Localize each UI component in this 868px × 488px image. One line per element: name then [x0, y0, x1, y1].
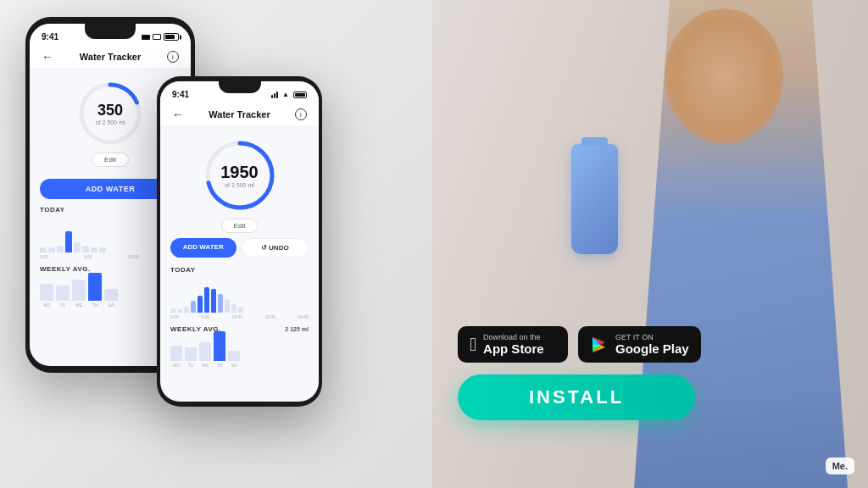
weekly-group-2: TU [56, 286, 70, 308]
axis-label-2: 6:00 [84, 254, 92, 259]
weekly-group-5: SA [104, 289, 118, 308]
wlabel-2: TU [60, 302, 66, 308]
fbar-6 [204, 287, 209, 313]
axis-label-1: 0:00 [40, 254, 48, 259]
weekly-avg-value: 2 125 ml [285, 326, 309, 332]
google-play-icon [590, 336, 609, 354]
info-icon-front[interactable]: i [295, 108, 307, 120]
weekly-group-1: MO [40, 284, 53, 308]
fwlabel-3: WE [202, 363, 209, 368]
person-head [665, 8, 783, 144]
wbar-2 [56, 286, 70, 301]
fbar-7 [211, 289, 216, 313]
undo-btn-front[interactable]: ↺ UNDO [242, 238, 309, 258]
google-play-line1: GET IT ON [615, 333, 689, 341]
battery-icon [164, 33, 179, 41]
bar-4 [65, 231, 72, 252]
faxis-2: 6:00 [201, 314, 209, 319]
signal-icon [142, 35, 150, 40]
fwbar-3 [199, 342, 211, 361]
chart-axis-front: 0:00 6:00 12:00 18:00 24:00 [170, 314, 309, 319]
axis-label-3: 12:00 [128, 254, 139, 259]
wbar-5 [104, 289, 118, 301]
back-arrow-front[interactable]: ← [172, 108, 184, 121]
app-store-line1: Download on the [483, 333, 544, 341]
fbar-11 [238, 307, 243, 313]
status-icons-front: ▲ [271, 91, 307, 98]
cta-section:  Download on the App Store [458, 326, 701, 420]
google-play-line2: Google Play [615, 341, 689, 356]
app-title-back: Water Tracker [80, 52, 141, 62]
bar-5 [74, 242, 81, 252]
add-water-btn-front[interactable]: ADD WATER [170, 238, 236, 258]
fwbar-1 [170, 346, 182, 361]
fwbar-5 [228, 351, 240, 361]
chart-bars-front [170, 279, 309, 313]
weekly-group-3: WE [72, 280, 86, 308]
circle-ring-front: 1950 of 2 500 ml [202, 137, 278, 214]
app-nav-front: ← Water Tracker i [160, 103, 319, 127]
fbar-2 [177, 309, 182, 313]
time-back: 9:41 [42, 32, 58, 42]
wifi-icon-front: ▲ [282, 91, 289, 98]
app-store-button[interactable]:  Download on the App Store [458, 326, 568, 363]
wifi-icon [153, 34, 161, 40]
circle-ring-back: 350 of 2 500 ml [76, 80, 144, 147]
back-arrow-back[interactable]: ← [42, 50, 53, 64]
edit-btn-front[interactable]: Edit [221, 219, 259, 233]
fwlabel-5: SA [231, 363, 237, 368]
fwlabel-1: MO [173, 363, 180, 368]
fbar-3 [184, 307, 189, 313]
water-goal-front: of 2 500 ml [225, 182, 254, 188]
circle-container-front: 1950 of 2 500 ml Edit [160, 127, 319, 238]
fweekly-group-3: WE [199, 342, 211, 368]
fwbar-2 [185, 347, 197, 361]
right-section:  Download on the App Store [432, 0, 868, 488]
circle-center-front: 1950 of 2 500 ml [202, 137, 278, 214]
notch-back [85, 24, 136, 39]
wlabel-4: TH [92, 302, 98, 308]
weekly-bars-front: MO TU WE TH [170, 338, 309, 368]
fbar-8 [218, 294, 223, 313]
info-icon-back[interactable]: i [167, 51, 179, 63]
water-amount-front: 1950 [220, 164, 259, 180]
water-goal-back: of 2 500 ml [96, 119, 125, 125]
bar-1 [40, 247, 47, 252]
water-amount-back: 350 [97, 103, 123, 118]
wlabel-3: WE [75, 302, 82, 308]
bar-7 [91, 247, 97, 252]
edit-btn-back[interactable]: Edit [92, 152, 129, 167]
weekly-section-front: MO TU WE TH [160, 335, 319, 371]
add-water-row-front: ADD WATER ↺ UNDO [160, 238, 319, 263]
circle-center-back: 350 of 2 500 ml [76, 80, 144, 147]
bar-8 [99, 247, 106, 252]
fwlabel-2: TU [188, 363, 194, 368]
faxis-5: 24:00 [298, 314, 309, 319]
bottle-cap [581, 137, 608, 146]
google-play-button[interactable]: GET IT ON Google Play [578, 326, 701, 363]
google-play-text: GET IT ON Google Play [615, 333, 689, 356]
fbar-4 [191, 301, 196, 313]
app-nav-back: ← Water Tracker i [30, 45, 191, 69]
today-label-front: TODAY [160, 263, 319, 275]
fweekly-group-1: MO [170, 346, 182, 368]
faxis-1: 0:00 [170, 314, 179, 319]
weekly-group-4: TH [88, 273, 102, 308]
faxis-4: 18:00 [264, 314, 275, 319]
weekly-header-front: WEEKLY AVG. 2 125 ml [160, 322, 319, 335]
install-button[interactable]: INSTALL [458, 374, 695, 420]
signal-bar-2 [274, 93, 275, 98]
time-front: 9:41 [172, 90, 189, 99]
wbar-1 [40, 284, 53, 301]
chart-area-front: 0:00 6:00 12:00 18:00 24:00 [160, 275, 319, 322]
bar-2 [48, 247, 55, 252]
store-buttons:  Download on the App Store [458, 326, 701, 363]
fbar-10 [231, 304, 236, 313]
battery-icon-front [293, 92, 307, 98]
fwbar-4 [214, 331, 225, 361]
app-store-line2: App Store [483, 341, 544, 356]
signal-bar-3 [276, 92, 278, 98]
app-title-front: Water Tracker [209, 109, 270, 119]
app-store-text: Download on the App Store [483, 333, 544, 356]
bar-3 [57, 246, 64, 252]
